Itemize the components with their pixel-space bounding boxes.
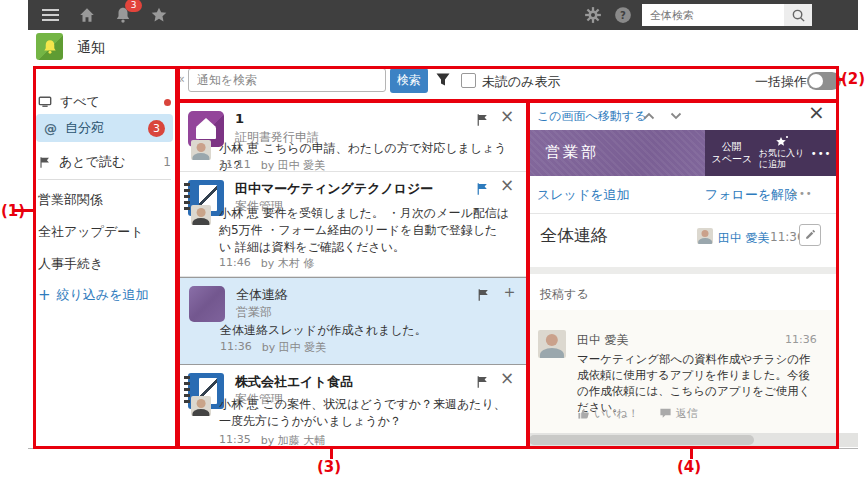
- notification-item-certificate[interactable]: 1 証明書発行申請 × 小林 恵 こちらの申請、わたしの方で対応しましょうか？ …: [177, 103, 527, 172]
- space-name: 営業部: [545, 143, 599, 162]
- chevron-up-icon[interactable]: [643, 112, 655, 120]
- magnifier-icon: [791, 8, 806, 23]
- filter-label: 全社アップデート: [38, 223, 144, 241]
- close-icon[interactable]: ×: [500, 175, 514, 195]
- sidebar-item-all[interactable]: すべて: [38, 92, 171, 112]
- annotation-label-2: (2): [841, 70, 865, 88]
- screenshot-canvas: 3 ? 通知 すべて @ 自分宛 3 あとで読む 1 営業部関係 全社アッ: [0, 0, 867, 484]
- filter-label: 人事手続き: [38, 255, 103, 273]
- thread-more-icon[interactable]: •••: [792, 188, 813, 199]
- sidebar-filter-hr[interactable]: 人事手続き: [38, 254, 171, 274]
- close-icon[interactable]: ×: [500, 106, 514, 126]
- add-thread-link[interactable]: スレッドを追加: [537, 186, 630, 204]
- annotation-label-4: (4): [677, 458, 701, 476]
- space-banner-actions: 公開 スペース お気に入り に追加 •••: [705, 130, 838, 176]
- chevron-down-icon[interactable]: [670, 112, 682, 120]
- collapse-sidebar-icon[interactable]: «: [177, 71, 185, 86]
- plus-icon: +: [38, 286, 51, 304]
- scrollbar-thumb[interactable]: [529, 435, 754, 445]
- flag-icon[interactable]: [476, 288, 490, 302]
- post-actions: いいね！ 返信: [577, 406, 698, 421]
- notification-time: 11:11: [219, 158, 251, 173]
- unread-only-label: 未読のみ表示: [482, 73, 561, 91]
- home-icon[interactable]: [78, 6, 96, 24]
- sidebar-item-label: すべて: [60, 93, 100, 111]
- notification-message: 小林 恵 この案件、状況はどうですか？来週あたり、一度先方にうかがいましょうか？: [219, 396, 509, 430]
- sidebar-filter-company-update[interactable]: 全社アップデート: [38, 222, 171, 242]
- plus-icon[interactable]: ＋: [501, 281, 518, 301]
- notification-item-selected[interactable]: 全体連絡 営業部 ＋ 全体連絡スレッドが作成されました。 11:36by 田中 …: [177, 277, 527, 365]
- post-time: 11:36: [785, 333, 817, 346]
- bell-app-glyph: [41, 38, 59, 56]
- annotation-label-1: (1): [1, 202, 25, 220]
- reply-button[interactable]: 返信: [659, 406, 698, 421]
- sidebar-filter-sales[interactable]: 営業部関係: [38, 190, 171, 210]
- flag-icon[interactable]: [475, 113, 489, 127]
- post-author[interactable]: 田中 愛美: [577, 332, 629, 349]
- annotation-label-3: (3): [317, 458, 341, 476]
- post-input-placeholder[interactable]: 投稿する: [540, 286, 589, 303]
- app-window-bottom-edge: [28, 448, 858, 449]
- close-icon[interactable]: ×: [500, 368, 514, 388]
- search-button[interactable]: 検索: [390, 68, 428, 93]
- star-icon[interactable]: [150, 6, 168, 24]
- add-favorite-button[interactable]: お気に入り に追加: [759, 136, 805, 170]
- sidebar-item-mine[interactable]: @ 自分宛 3: [36, 114, 173, 142]
- help-icon[interactable]: ?: [614, 6, 632, 24]
- section-divider: [527, 267, 838, 274]
- bell-badge: 3: [125, 0, 142, 12]
- notification-title: 田中マーケティングテクノロジー: [235, 180, 433, 198]
- notification-message: 全体連絡スレッドが作成されました。: [220, 322, 510, 339]
- flag-icon[interactable]: [475, 375, 489, 389]
- sidebar-item-read-later[interactable]: あとで読む 1: [38, 152, 171, 172]
- avatar: [191, 205, 211, 225]
- flag-icon-active[interactable]: [475, 182, 489, 196]
- add-filter-button[interactable]: + 絞り込みを追加: [38, 286, 149, 304]
- thumb-up-icon: [577, 407, 590, 420]
- unread-only-checkbox[interactable]: [461, 73, 476, 88]
- notification-time: 11:35: [219, 433, 251, 448]
- thread-author-link[interactable]: 田中 愛美: [718, 230, 770, 247]
- monitor-icon: [38, 95, 52, 109]
- sidebar-divider: [38, 179, 171, 180]
- svg-text:?: ?: [620, 10, 626, 21]
- notification-search-input[interactable]: [188, 68, 386, 92]
- avatar: [191, 396, 211, 416]
- public-space-label: 公開 スペース: [711, 141, 752, 165]
- unread-count-badge: 3: [148, 120, 165, 137]
- notification-title: 全体連絡: [236, 286, 288, 304]
- horizontal-scrollbar[interactable]: [527, 433, 858, 447]
- notification-subtitle: 営業部: [236, 304, 272, 321]
- unfollow-link[interactable]: フォローを解除: [705, 186, 797, 204]
- notification-time: 11:46: [219, 256, 251, 271]
- thread-author-avatar: [697, 228, 713, 244]
- flag-icon: [38, 156, 51, 169]
- notification-title: 1: [235, 111, 244, 126]
- close-panel-icon[interactable]: ×: [808, 100, 825, 124]
- goto-screen-link[interactable]: この画面へ移動する: [537, 108, 646, 125]
- bulk-action-toggle[interactable]: [807, 72, 841, 90]
- notification-author: by 田中 愛美: [261, 158, 326, 173]
- notification-author: by 田中 愛美: [262, 340, 327, 355]
- notification-author: by 木村 修: [261, 256, 315, 271]
- star-plus-icon: [773, 136, 789, 148]
- thread-title: 全体連絡: [540, 224, 608, 247]
- hamburger-menu-icon[interactable]: [42, 14, 59, 16]
- global-search-input[interactable]: [642, 4, 798, 26]
- avatar: [191, 140, 211, 160]
- filter-funnel-icon[interactable]: [435, 72, 451, 88]
- post-list: 田中 愛美 11:36 マーケティング部への資料作成やチラシの作成依頼に使用する…: [527, 310, 838, 433]
- notification-item-eight-foods[interactable]: 株式会社エイト食品 案件管理 × 小林 恵 この案件、状況はどうですか？来週あた…: [177, 365, 527, 447]
- filter-label: 営業部関係: [38, 191, 103, 209]
- sidebar-item-label: 自分宛: [65, 119, 104, 137]
- gear-icon[interactable]: [584, 6, 602, 24]
- like-button[interactable]: いいね！: [577, 406, 639, 421]
- edit-thread-button[interactable]: [799, 224, 821, 246]
- banner-more-icon[interactable]: •••: [811, 148, 832, 159]
- pencil-icon: [804, 229, 816, 241]
- space-banner: 営業部 公開 スペース お気に入り に追加 •••: [527, 130, 838, 176]
- global-search-button[interactable]: [784, 4, 812, 26]
- notification-item-tanaka-marketing[interactable]: 田中マーケティングテクノロジー 案件管理 × 小林 恵 要件を受領しました。 ・…: [177, 172, 527, 277]
- notification-toolbar: « 検索 未読のみ表示 一括操作: [177, 62, 858, 100]
- toggle-knob: [809, 74, 823, 88]
